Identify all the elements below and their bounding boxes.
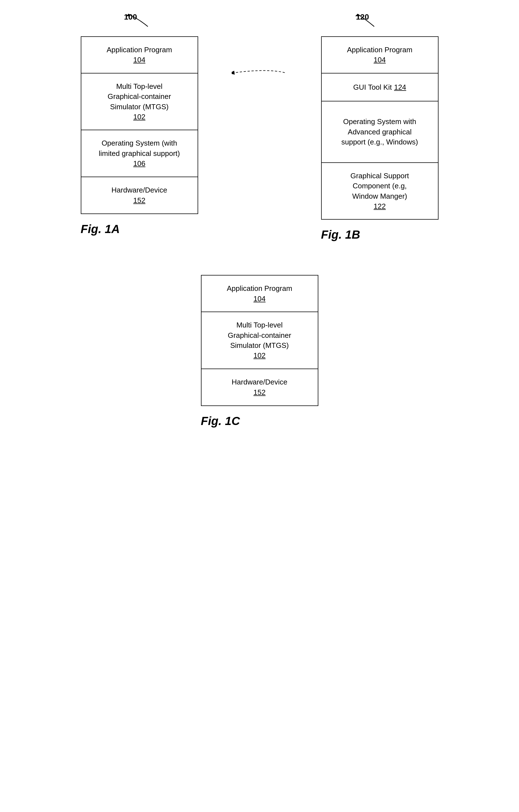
page-container: 100 Application Program 104 Multi Top-le… bbox=[11, 11, 508, 428]
fig1b-label: Fig. 1B bbox=[321, 228, 360, 241]
fig1a-label: Fig. 1A bbox=[81, 223, 120, 236]
fig1c-cell-app: Application Program 104 bbox=[202, 276, 318, 312]
fig1c-cell-mtgs: Multi Top-level Graphical-container Simu… bbox=[202, 312, 318, 369]
fig1b-gsc-ref: 122 bbox=[374, 201, 386, 211]
fig1b-cell-gui: GUI Tool Kit 124 bbox=[322, 74, 438, 102]
fig1c-app-ref: 104 bbox=[254, 294, 265, 304]
fig1c-box: Application Program 104 Multi Top-level … bbox=[201, 275, 318, 406]
fig1a-hw-text: Hardware/Device bbox=[112, 185, 167, 195]
fig1b-cell-os: Operating System with Advanced graphical… bbox=[322, 102, 438, 163]
fig1c-label: Fig. 1C bbox=[201, 414, 240, 428]
fig1c-hw-text: Hardware/Device bbox=[232, 377, 287, 387]
fig1a-header: 100 bbox=[81, 11, 198, 31]
fig1a-cell-mtgs: Multi Top-level Graphical-container Simu… bbox=[81, 74, 198, 130]
arrow-between bbox=[232, 67, 288, 78]
fig1b-gsc-text: Graphical Support Component (e.g, Window… bbox=[350, 171, 409, 201]
fig1a-app-ref: 104 bbox=[133, 55, 145, 65]
fig1b-app-text: Application Program bbox=[347, 45, 412, 55]
fig1b-ref-label: 120 bbox=[356, 12, 369, 22]
fig1a-os-text: Operating System (with limited graphical… bbox=[99, 138, 180, 158]
fig1c-app-text: Application Program bbox=[227, 283, 292, 293]
fig1b-cell-app: Application Program 104 bbox=[322, 37, 438, 74]
fig1b-cell-gsc: Graphical Support Component (e.g, Window… bbox=[322, 163, 438, 219]
bottom-row: Application Program 104 Multi Top-level … bbox=[11, 264, 508, 428]
fig1c-cell-hw: Hardware/Device 152 bbox=[202, 369, 318, 405]
fig1a-mtgs-ref: 102 bbox=[133, 112, 145, 122]
fig1a-box: Application Program 104 Multi Top-level … bbox=[81, 36, 198, 214]
fig1a-mtgs-text: Multi Top-level Graphical-container Simu… bbox=[108, 81, 171, 112]
fig1b-app-ref: 104 bbox=[374, 55, 386, 65]
fig1a-wrapper: 100 Application Program 104 Multi Top-le… bbox=[81, 11, 198, 236]
top-row: 100 Application Program 104 Multi Top-le… bbox=[11, 11, 508, 241]
fig1a-ref-label: 100 bbox=[124, 12, 137, 22]
fig1b-gui-text: GUI Tool Kit bbox=[353, 82, 392, 92]
fig1b-box: Application Program 104 GUI Tool Kit 124… bbox=[321, 36, 438, 220]
fig1a-app-text: Application Program bbox=[107, 45, 172, 55]
fig1a-os-ref: 106 bbox=[133, 158, 145, 169]
fig1b-wrapper: 120 Application Program 104 GUI Tool Kit… bbox=[321, 11, 438, 241]
fig1a-hw-ref: 152 bbox=[133, 195, 145, 205]
fig1c-hw-ref: 152 bbox=[254, 387, 265, 397]
fig1c-mtgs-text: Multi Top-level Graphical-container Simu… bbox=[228, 320, 291, 350]
fig1b-gui-ref: 124 bbox=[394, 82, 406, 92]
fig1b-os-text: Operating System with Advanced graphical… bbox=[341, 117, 418, 147]
fig1a-cell-hw: Hardware/Device 152 bbox=[81, 177, 198, 213]
fig1c-mtgs-ref: 102 bbox=[254, 350, 265, 360]
fig1a-cell-app: Application Program 104 bbox=[81, 37, 198, 74]
fig1a-cell-os: Operating System (with limited graphical… bbox=[81, 130, 198, 177]
dashed-arrow-svg bbox=[232, 67, 288, 78]
fig1c-wrapper: Application Program 104 Multi Top-level … bbox=[201, 264, 318, 428]
fig1b-header: 120 bbox=[321, 11, 438, 31]
